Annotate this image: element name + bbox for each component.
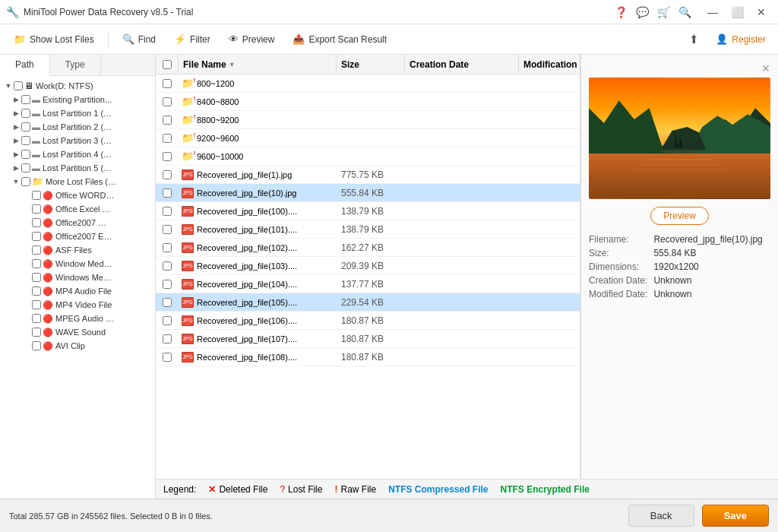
tree-item-mp4-audio[interactable]: 🔴 MP4 Audio File [0, 284, 155, 298]
preview-button[interactable]: Preview [650, 207, 709, 225]
tree-cb-more-lost[interactable] [21, 177, 30, 186]
tree-toggle-work[interactable]: ▼ [3, 81, 14, 91]
cb-jpg-108[interactable] [163, 353, 172, 362]
cb-800-1200[interactable] [163, 79, 172, 88]
tree-item-lost-part-1[interactable]: ▶ ▬ Lost Partition 1 (… [0, 106, 155, 120]
file-row-8400-8800[interactable]: 📁! 8400~8800 [156, 93, 580, 111]
tree-toggle-lost-2[interactable]: ▶ [11, 122, 21, 132]
tree-item-windows-me[interactable]: 🔴 Windows Me… [0, 271, 155, 284]
tree-cb-mp4-video[interactable] [32, 300, 41, 309]
tree-item-lost-part-5[interactable]: ▶ ▬ Lost Partition 5 (… [0, 161, 155, 175]
tree-toggle-existing[interactable]: ▶ [11, 94, 21, 105]
tree-cb-lost-2[interactable] [21, 122, 30, 131]
chat-icon[interactable]: 💬 [634, 4, 650, 21]
tree-cb-wave-sound[interactable] [32, 328, 41, 337]
cb-jpg-105[interactable] [163, 298, 172, 307]
header-filename[interactable]: File Name ▼ [179, 55, 337, 74]
tree-item-wave-sound[interactable]: 🔴 WAVE Sound [0, 325, 155, 339]
tab-type[interactable]: Type [50, 55, 101, 75]
tree-cb-windows-me[interactable] [32, 273, 41, 282]
tree-cb-lost-5[interactable] [21, 163, 30, 173]
cb-jpg-103[interactable] [163, 261, 172, 271]
minimize-button[interactable]: — [702, 3, 723, 21]
tree-cb-office-word[interactable] [32, 191, 41, 200]
tree-item-work-drive[interactable]: ▼ 🖥 Work(D: NTFS) [0, 79, 155, 93]
header-creation-date[interactable]: Creation Date [405, 55, 519, 74]
cb-9600-10000[interactable] [163, 152, 172, 161]
cb-jpg-104[interactable] [163, 280, 172, 289]
tab-path[interactable]: Path [0, 55, 50, 76]
tree-cb-lost-4[interactable] [21, 150, 30, 159]
tree-item-office-word[interactable]: 🔴 Office WORD… [0, 188, 155, 202]
tree-cb-office2007e[interactable] [32, 232, 41, 241]
show-lost-files-button[interactable]: 📁 Show Lost Files [6, 30, 102, 48]
tree-cb-existing[interactable] [21, 95, 30, 104]
file-row-8800-9200[interactable]: 📁! 8800~9200 [156, 111, 580, 129]
cb-jpg-107[interactable] [163, 334, 172, 344]
tree-item-window-med[interactable]: 🔴 Window Med… [0, 257, 155, 271]
tree-cb-window-med[interactable] [32, 259, 41, 268]
cb-jpg-1[interactable] [163, 170, 172, 179]
cb-8400-8800[interactable] [163, 97, 172, 106]
filter-button[interactable]: ⚡ Filter [166, 30, 218, 48]
cb-8800-9200[interactable] [163, 116, 172, 125]
file-row-jpg-103[interactable]: JPG Recovered_jpg_file(103).... 209.39 K… [156, 257, 580, 275]
file-row-9200-9600[interactable]: 📁! 9200~9600 [156, 129, 580, 147]
register-button[interactable]: 👤 Register [710, 30, 772, 48]
tree-item-office2007[interactable]: 🔴 Office2007 … [0, 216, 155, 230]
help-icon[interactable]: ❓ [612, 4, 629, 21]
cb-jpg-101[interactable] [163, 225, 172, 234]
find-button[interactable]: 🔍 Find [115, 30, 163, 48]
close-button[interactable]: ✕ [751, 3, 772, 21]
export-button[interactable]: 📤 Export Scan Result [285, 30, 394, 48]
maximize-button[interactable]: ⬜ [726, 3, 748, 21]
header-modification[interactable]: Modification [519, 55, 580, 74]
cb-jpg-10[interactable] [163, 188, 172, 198]
file-row-jpg-10[interactable]: JPG Recovered_jpg_file(10).jpg 555.84 KB [156, 184, 580, 202]
tree-toggle-lost-4[interactable]: ▶ [11, 149, 21, 160]
file-row-jpg-1[interactable]: JPG Recovered_jpg_file(1).jpg 775.75 KB [156, 166, 580, 184]
tree-item-mpeg-audio[interactable]: 🔴 MPEG Audio … [0, 312, 155, 325]
tree-item-mp4-video[interactable]: 🔴 MP4 Video File [0, 298, 155, 312]
share-button[interactable]: ⬆ [683, 30, 705, 49]
tree-item-office2007e[interactable]: 🔴 Office2007 E… [0, 230, 155, 243]
tree-item-more-lost-files[interactable]: ▼ 📁 More Lost Files (… [0, 175, 155, 188]
file-row-jpg-105[interactable]: JPG Recovered_jpg_file(105).... 229.54 K… [156, 293, 580, 312]
preview-toolbar-button[interactable]: 👁 Preview [221, 30, 283, 48]
tree-cb-lost-3[interactable] [21, 136, 30, 145]
tree-item-lost-part-3[interactable]: ▶ ▬ Lost Partition 3 (… [0, 134, 155, 147]
tree-item-existing-partition[interactable]: ▶ ▬ Existing Partition... [0, 93, 155, 106]
tree-item-lost-part-4[interactable]: ▶ ▬ Lost Partition 4 (… [0, 147, 155, 161]
tree-cb-office-excel[interactable] [32, 204, 41, 214]
select-all-checkbox[interactable] [163, 60, 172, 69]
cb-jpg-106[interactable] [163, 316, 172, 325]
file-row-jpg-107[interactable]: JPG Recovered_jpg_file(107).... 180.87 K… [156, 330, 580, 348]
file-row-jpg-101[interactable]: JPG Recovered_jpg_file(101).... 138.79 K… [156, 220, 580, 239]
save-button[interactable]: Save [702, 505, 769, 527]
header-size[interactable]: Size [337, 55, 405, 74]
tree-cb-mpeg-audio[interactable] [32, 314, 41, 323]
tree-item-office-excel[interactable]: 🔴 Office Excel … [0, 202, 155, 216]
file-row-jpg-102[interactable]: JPG Recovered_jpg_file(102).... 162.27 K… [156, 239, 580, 257]
tree-item-avi-clip[interactable]: 🔴 AVI Clip [0, 339, 155, 353]
search-icon[interactable]: 🔍 [676, 4, 693, 21]
tree-cb-avi-clip[interactable] [32, 341, 41, 350]
file-row-jpg-104[interactable]: JPG Recovered_jpg_file(104).... 137.77 K… [156, 275, 580, 293]
tree-cb-lost-1[interactable] [21, 109, 30, 118]
preview-close-button[interactable]: ✕ [761, 62, 770, 74]
tree-toggle-lost-5[interactable]: ▶ [11, 163, 21, 173]
back-button[interactable]: Back [628, 505, 694, 527]
file-row-jpg-108[interactable]: JPG Recovered_jpg_file(108).... 180.87 K… [156, 348, 580, 366]
tree-cb-asf[interactable] [32, 245, 41, 255]
tree-cb-work[interactable] [14, 81, 23, 90]
tree-toggle-more-lost[interactable]: ▼ [11, 176, 21, 187]
file-row-9600-10000[interactable]: 📁! 9600~10000 [156, 147, 580, 166]
cb-9200-9600[interactable] [163, 134, 172, 143]
file-row-jpg-106[interactable]: JPG Recovered_jpg_file(106).... 180.87 K… [156, 312, 580, 330]
tree-cb-mp4-audio[interactable] [32, 287, 41, 296]
cart-icon[interactable]: 🛒 [655, 4, 672, 21]
tree-toggle-lost-1[interactable]: ▶ [11, 108, 21, 119]
cb-jpg-102[interactable] [163, 243, 172, 252]
tree-cb-office2007[interactable] [32, 218, 41, 227]
tree-item-asf-files[interactable]: 🔴 ASF Files [0, 243, 155, 257]
